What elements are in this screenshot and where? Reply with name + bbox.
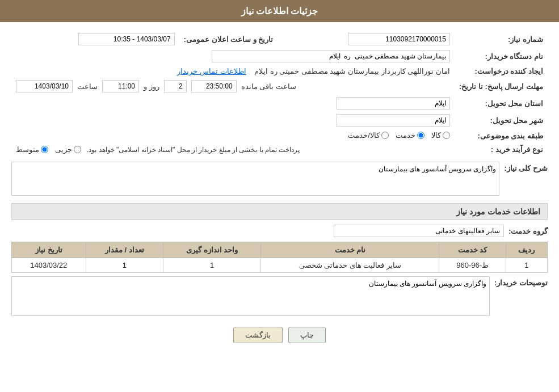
ostan-input[interactable]: [337, 97, 450, 109]
tosih-row: توصیحات خریدار:: [11, 276, 548, 318]
button-area: چاپ بازگشت: [11, 327, 548, 343]
back-button[interactable]: بازگشت: [233, 327, 283, 343]
col-vahed: واحد اندازه گیری: [163, 242, 261, 258]
shomare-niaz-value: [278, 31, 455, 48]
mohlat-date-input[interactable]: [16, 80, 73, 92]
col-kod: کد خدمت: [439, 242, 506, 258]
ettelaat-link[interactable]: اطلاعات تماس خریدار: [177, 67, 246, 75]
ijad-konande-label: ایجاد کننده درخواست:: [455, 65, 548, 78]
sharh-koli-label: شرح کلی نیاز:: [504, 162, 548, 172]
ijad-konande-text: امان نوراللهی کاربرداز بیمارستان شهید مص…: [254, 67, 450, 75]
col-tedad: تعداد / مقدار: [86, 242, 163, 258]
tosih-label: توصیحات خریدار:: [494, 276, 548, 287]
radio-motovaset-input[interactable]: [41, 146, 48, 153]
radio-kala-khadamat-label: کالا/خدمت: [348, 131, 380, 140]
radio-kala-input[interactable]: [443, 132, 450, 139]
radio-jozii-label: جزیی: [55, 145, 72, 154]
no-farayand-value: متوسط جزیی پرداخت تمام یا بخشی از مبلغ خ…: [11, 143, 455, 156]
shahr-value: [11, 112, 455, 129]
col-radif: ردیف: [506, 242, 547, 258]
page-wrapper: جزئیات اطلاعات نیاز شماره نیاز: تاریخ و …: [0, 0, 559, 392]
nam-dastgah-label: نام دستگاه خریدار:: [455, 48, 548, 65]
mohlat-mande-input[interactable]: [191, 80, 237, 92]
saat-label: ساعت: [77, 82, 98, 91]
grohe-khadamat-value: [334, 225, 504, 237]
table-cell-kodKhadamat: ط-96-960: [439, 258, 506, 273]
tosih-container: [11, 276, 490, 318]
shomare-niaz-label: شماره نیاز:: [455, 31, 548, 48]
table-row: 1ط-96-960سایر فعالیت های خدماتی شخصی1114…: [12, 258, 548, 273]
radio-jozii[interactable]: جزیی: [55, 145, 81, 154]
farayand-note: پرداخت تمام یا بخشی از مبلغ خریدار از مح…: [87, 146, 300, 154]
ostan-label: استان محل تحویل:: [455, 95, 548, 112]
table-cell-radif: 1: [506, 258, 547, 273]
table-cell-vahed: 1: [163, 258, 261, 273]
ijad-konande-value: امان نوراللهی کاربرداز بیمارستان شهید مص…: [11, 65, 455, 78]
mohlat-saat-input[interactable]: [102, 80, 139, 92]
roz-label: روز و: [144, 82, 159, 91]
row-shahr: شهر محل تحویل:: [11, 112, 548, 129]
page-title: جزئیات اطلاعات نیاز: [241, 6, 318, 16]
row-nam-dastgah: نام دستگاه خریدار:: [11, 48, 548, 65]
shahr-input[interactable]: [337, 114, 450, 127]
content-area: شماره نیاز: تاریخ و ساعت اعلان عمومی: نا…: [0, 22, 559, 352]
sharh-koli-row: شرح کلی نیاز:: [11, 162, 548, 197]
print-button[interactable]: چاپ: [288, 327, 326, 343]
nam-dastgah-value: [11, 48, 455, 65]
sharh-koli-container: [11, 162, 499, 197]
table-cell-tedad: 1: [86, 258, 163, 273]
no-farayand-label: نوع فرآیند خرید :: [455, 143, 548, 156]
sharh-koli-textarea[interactable]: [11, 162, 499, 196]
shomare-niaz-input[interactable]: [348, 33, 450, 45]
radio-motovaset-label: متوسط: [16, 145, 39, 154]
radio-kala-khadamat-input[interactable]: [381, 132, 389, 139]
tabaqe-label: طبقه بندی موضوعی:: [455, 129, 548, 143]
grohe-khadamat-row: گروه خدمت:: [11, 225, 548, 237]
radio-jozii-input[interactable]: [74, 146, 81, 153]
col-tarikh: تاریخ نیاز: [12, 242, 86, 258]
radio-khadamat-label: خدمت: [396, 131, 415, 140]
row-shomare-tarikh: شماره نیاز: تاریخ و ساعت اعلان عمومی:: [11, 31, 548, 48]
row-mohlat: مهلت ارسال پاسخ: تا تاریخ: ساعت روز و سا…: [11, 78, 548, 95]
mande-label: ساعت باقی مانده: [241, 82, 296, 91]
page-header: جزئیات اطلاعات نیاز: [0, 0, 559, 22]
grohe-khadamat-label: گروه خدمت:: [508, 227, 548, 235]
tarikh-value: [11, 31, 179, 48]
tarikh-input[interactable]: [78, 33, 175, 45]
mohlat-label: مهلت ارسال پاسخ: تا تاریخ:: [455, 78, 548, 95]
radio-motovaset[interactable]: متوسط: [16, 145, 48, 154]
nam-dastgah-input[interactable]: [212, 50, 450, 62]
row-ijad-konande: ایجاد کننده درخواست: امان نوراللهی کاربر…: [11, 65, 548, 78]
mohlat-value: ساعت روز و ساعت باقی مانده: [11, 78, 455, 95]
col-nam: نام خدمت: [261, 242, 439, 258]
radio-kala-label: کالا: [431, 131, 441, 140]
main-form-table: شماره نیاز: تاریخ و ساعت اعلان عمومی: نا…: [11, 31, 548, 156]
table-cell-tarikh: 1403/03/22: [12, 258, 86, 273]
shahr-label: شهر محل تحویل:: [455, 112, 548, 129]
info-section-header: اطلاعات خدمات مورد نیاز: [11, 203, 548, 220]
ostan-value: [11, 95, 455, 112]
radio-khadamat[interactable]: خدمت: [396, 131, 424, 140]
radio-khadamat-input[interactable]: [417, 132, 424, 139]
row-no-farayand: نوع فرآیند خرید : متوسط جزیی: [11, 143, 548, 156]
tarikh-label: تاریخ و ساعت اعلان عمومی:: [179, 31, 278, 48]
table-header: ردیف کد خدمت نام خدمت واحد اندازه گیری ت…: [12, 242, 548, 258]
table-body: 1ط-96-960سایر فعالیت های خدماتی شخصی1114…: [12, 258, 548, 273]
radio-kala[interactable]: کالا: [431, 131, 450, 140]
tabaqe-value: کالا/خدمت خدمت کالا: [11, 129, 455, 143]
grohe-khadamat-input[interactable]: [334, 225, 504, 237]
row-tabaqe: طبقه بندی موضوعی: کالا/خدمت خدمت کالا: [11, 129, 548, 143]
mohlat-roz-input[interactable]: [164, 80, 187, 92]
tosih-textarea[interactable]: [11, 276, 490, 316]
radio-kala-khadamat[interactable]: کالا/خدمت: [348, 131, 389, 140]
table-header-row: ردیف کد خدمت نام خدمت واحد اندازه گیری ت…: [12, 242, 548, 258]
services-table: ردیف کد خدمت نام خدمت واحد اندازه گیری ت…: [11, 242, 548, 273]
table-cell-namKhadamat: سایر فعالیت های خدماتی شخصی: [261, 258, 439, 273]
row-ostan: استان محل تحویل:: [11, 95, 548, 112]
